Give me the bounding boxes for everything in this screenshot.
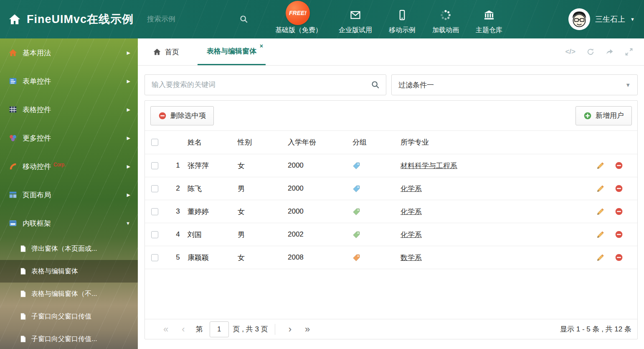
sidebar-item-page-layout[interactable]: 页面布局 ▶	[0, 181, 138, 209]
row-index: 4	[168, 230, 188, 239]
sidebar-item-label: 基本用法	[23, 48, 51, 58]
page-label-after: 页 , 共 3 页	[233, 324, 268, 334]
cell-year: 2002	[288, 230, 352, 239]
share-icon[interactable]	[606, 48, 614, 56]
tab-tools: </>	[565, 38, 633, 65]
tag-icon[interactable]	[352, 231, 360, 239]
edit-icon[interactable]	[596, 184, 605, 193]
major-link[interactable]: 化学系	[401, 231, 422, 239]
tag-icon[interactable]	[352, 162, 360, 170]
edit-icon[interactable]	[596, 230, 605, 239]
next-page-icon[interactable]: ›	[282, 324, 298, 335]
refresh-icon[interactable]	[586, 48, 595, 56]
grid-toolbar: 删除选中项 新增用户	[145, 101, 637, 131]
nav-loading-animation[interactable]: 加载动画	[432, 4, 459, 35]
sidebar-item-basic-usage[interactable]: 基本用法 ▶	[0, 38, 138, 67]
close-icon[interactable]: ×	[260, 43, 263, 49]
envelope-icon	[350, 9, 361, 23]
row-index: 3	[168, 207, 188, 216]
keyword-search	[145, 74, 386, 95]
sidebar-subitem-label: 弹出窗体（本页面或...	[31, 245, 97, 253]
row-checkbox[interactable]	[151, 254, 158, 261]
major-link[interactable]: 化学系	[401, 185, 422, 193]
arrow-right-icon: ▶	[127, 164, 130, 169]
grid-panel: 删除选中项 新增用户 姓名 性别 入学年份	[145, 100, 638, 339]
delete-icon[interactable]	[615, 184, 623, 193]
column-header-gender[interactable]: 性别	[238, 138, 288, 147]
delete-icon[interactable]	[615, 253, 623, 262]
main-area: 首页 表格与编辑窗体 × </>	[138, 38, 644, 349]
first-page-icon[interactable]: «	[157, 324, 175, 335]
nav-mobile-demo[interactable]: 移动示例	[389, 4, 416, 35]
header-search-input[interactable]	[147, 15, 239, 23]
nav-enterprise-trial[interactable]: 企业版试用	[339, 4, 372, 35]
delete-selected-label: 删除选中项	[170, 111, 206, 120]
table-row: 1 张萍萍 女 2000 材料科学与工程系	[145, 154, 637, 177]
sidebar-item-form-controls[interactable]: 表单控件 ▶	[0, 67, 138, 95]
delete-icon[interactable]	[615, 207, 623, 216]
row-checkbox[interactable]	[151, 185, 158, 192]
spinner-icon	[440, 9, 451, 23]
column-header-group[interactable]: 分组	[352, 138, 401, 147]
row-checkbox[interactable]	[151, 231, 158, 238]
nav-label: 企业版试用	[339, 26, 372, 35]
expand-icon[interactable]	[625, 48, 633, 56]
column-header-name[interactable]: 姓名	[188, 138, 238, 147]
tab-home[interactable]: 首页	[144, 38, 188, 65]
cell-gender: 男	[238, 184, 288, 194]
row-index: 5	[168, 253, 188, 262]
sidebar-item-label: 表单控件	[23, 76, 51, 86]
major-link[interactable]: 化学系	[401, 208, 422, 216]
arrow-right-icon: ▶	[127, 79, 130, 84]
cell-gender: 女	[238, 207, 288, 217]
sidebar-item-label: 页面布局	[23, 190, 51, 200]
search-icon[interactable]	[239, 15, 248, 24]
file-icon	[19, 313, 27, 320]
source-code-icon[interactable]: </>	[565, 48, 576, 56]
delete-selected-button[interactable]: 删除选中项	[150, 106, 214, 125]
add-user-button[interactable]: 新增用户	[576, 106, 632, 125]
prev-page-icon[interactable]: ‹	[175, 324, 191, 335]
top-header: FineUIMvc在线示例 FREE! 基础版（免费） 企业版试用	[0, 0, 644, 38]
sidebar-item-iframe[interactable]: 内联框架 ▼	[0, 209, 138, 237]
select-all-checkbox[interactable]	[151, 139, 158, 146]
home-icon[interactable]	[8, 13, 21, 25]
edit-icon[interactable]	[596, 253, 605, 262]
major-link[interactable]: 数学系	[401, 254, 422, 262]
sidebar-subitem-grid-edit-window-2[interactable]: 表格与编辑窗体（不...	[0, 283, 138, 305]
edit-icon[interactable]	[596, 207, 605, 216]
column-header-year[interactable]: 入学年份	[288, 138, 352, 147]
delete-icon[interactable]	[615, 161, 623, 170]
edit-icon[interactable]	[596, 161, 605, 170]
row-checkbox[interactable]	[151, 208, 158, 215]
row-checkbox[interactable]	[151, 162, 158, 169]
tag-icon[interactable]	[352, 208, 360, 216]
search-icon[interactable]	[371, 80, 380, 89]
nav-label: 加载动画	[432, 26, 459, 35]
tag-icon[interactable]	[352, 254, 360, 262]
chevron-down-icon: ▼	[630, 17, 635, 22]
cell-gender: 女	[238, 253, 288, 262]
keyword-search-input[interactable]	[152, 81, 371, 89]
sidebar-item-mobile-controls[interactable]: 移动控件 Corp. ▶	[0, 152, 138, 181]
delete-icon[interactable]	[615, 230, 623, 239]
last-page-icon[interactable]: »	[298, 324, 317, 335]
nav-theme-store[interactable]: 主题仓库	[476, 4, 502, 35]
user-menu[interactable]: 三生石上 ▼	[568, 8, 635, 30]
sidebar-item-grid-controls[interactable]: 表格控件 ▶	[0, 95, 138, 124]
tab-grid-edit-window[interactable]: 表格与编辑窗体 ×	[198, 38, 266, 65]
tag-icon[interactable]	[352, 185, 360, 193]
sidebar-item-label: 更多控件	[23, 133, 51, 143]
column-header-major[interactable]: 所学专业	[401, 138, 583, 147]
sidebar-item-more-controls[interactable]: 更多控件 ▶	[0, 124, 138, 152]
filter-dropdown[interactable]: 过滤条件一 ▼	[391, 74, 638, 95]
sidebar-subitem-grid-edit-window[interactable]: 表格与编辑窗体	[0, 260, 138, 283]
sidebar-subitem-child-to-parent-2[interactable]: 子窗口向父窗口传值...	[0, 328, 138, 349]
arrow-right-icon: ▶	[127, 107, 130, 112]
sidebar-subitem-child-to-parent[interactable]: 子窗口向父窗口传值	[0, 305, 138, 328]
major-link[interactable]: 材料科学与工程系	[401, 162, 457, 170]
page-number-input[interactable]	[210, 321, 229, 337]
sidebar-subitem-popup-window[interactable]: 弹出窗体（本页面或...	[0, 237, 138, 260]
corp-badge: Corp.	[53, 162, 66, 168]
sidebar-item-label: 内联框架	[23, 219, 51, 228]
